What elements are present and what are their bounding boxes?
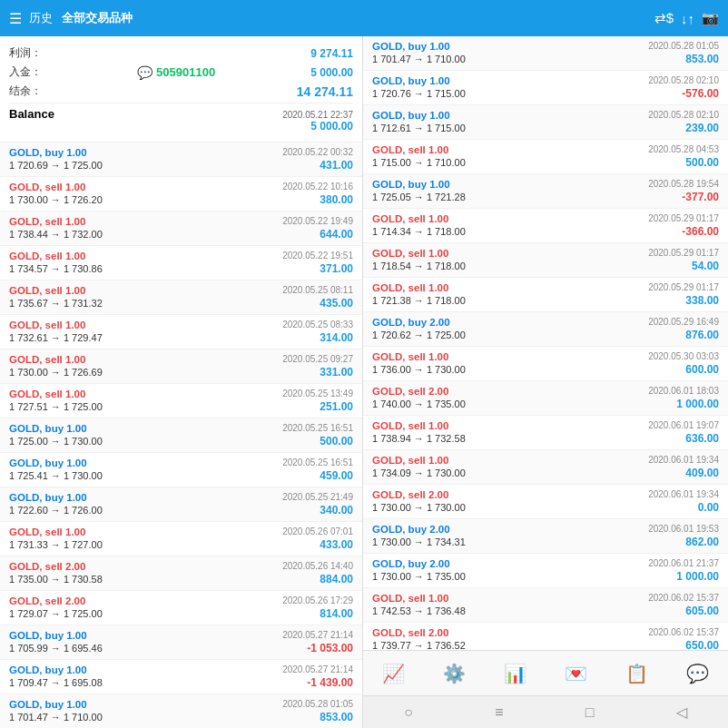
trade-date: 2020.05.25 16:51: [282, 423, 353, 433]
left-trade-item[interactable]: GOLD, buy 1.00 1 725.41 → 1 730.00 2020.…: [0, 453, 362, 487]
trade-left: GOLD, buy 2.00 1 720.62 → 1 725.00: [372, 317, 466, 340]
nav-news-icon[interactable]: 📋: [625, 663, 648, 684]
transfer-icon[interactable]: ⇄$: [654, 10, 674, 26]
right-trade-item[interactable]: GOLD, sell 1.00 1 718.54 → 1 718.00 2020…: [363, 243, 728, 278]
trade-prices: 1 731.33 → 1 727.00: [9, 539, 103, 550]
trade-prices: 1 701.47 → 1 710.00: [372, 54, 466, 64]
right-trade-item[interactable]: GOLD, sell 1.00 1 721.38 → 1 718.00 2020…: [363, 278, 728, 312]
trade-name: GOLD, buy 1.00: [9, 147, 103, 158]
nav-chart-icon[interactable]: 📈: [382, 663, 405, 684]
left-trade-item[interactable]: GOLD, sell 1.00 1 727.51 → 1 725.00 2020…: [0, 384, 362, 418]
left-trade-item[interactable]: GOLD, buy 1.00 1 722.60 → 1 726.00 2020.…: [0, 487, 362, 522]
right-trade-item[interactable]: GOLD, sell 1.00 1 742.53 → 1 736.48 2020…: [363, 588, 728, 623]
right-trade-item[interactable]: GOLD, buy 1.00 1 720.76 → 1 715.00 2020.…: [363, 71, 728, 105]
back-icon[interactable]: ◁: [676, 703, 687, 721]
trade-name: GOLD, buy 2.00: [372, 558, 466, 569]
left-trade-item[interactable]: GOLD, sell 1.00 1 734.57 → 1 730.86 2020…: [0, 246, 362, 280]
trade-prices: 1 742.53 → 1 736.48: [372, 605, 466, 616]
trade-date: 2020.05.22 00:32: [282, 147, 353, 157]
right-trade-item[interactable]: GOLD, sell 1.00 1 715.00 → 1 710.00 2020…: [363, 140, 728, 174]
trade-right: 2020.05.28 02:10 239.00: [648, 110, 719, 134]
trade-name: GOLD, sell 1.00: [9, 389, 103, 399]
trade-profit: -1 439.00: [307, 676, 353, 689]
left-trade-item[interactable]: GOLD, sell 2.00 1 729.07 → 1 725.00 2020…: [0, 591, 362, 625]
left-trade-item[interactable]: GOLD, buy 1.00 1 705.99 → 1 695.46 2020.…: [0, 625, 362, 660]
trade-prices: 1 712.61 → 1 715.00: [372, 123, 466, 133]
bottom-bar: ○ ≡ □ ◁: [363, 695, 728, 728]
trade-left: GOLD, sell 1.00 1 732.61 → 1 729.47: [9, 320, 103, 343]
trade-right: 2020.05.25 08:33 314.00: [282, 320, 353, 344]
left-trade-item[interactable]: GOLD, buy 1.00 1 725.00 → 1 730.00 2020.…: [0, 418, 362, 453]
trade-prices: 1 735.00 → 1 730.58: [9, 574, 103, 585]
right-trade-item[interactable]: GOLD, sell 1.00 1 738.94 → 1 732.58 2020…: [363, 416, 728, 450]
left-trade-item[interactable]: GOLD, buy 1.00 1 720.69 → 1 725.00 2020.…: [0, 143, 362, 177]
left-trade-item[interactable]: GOLD, buy 1.00 1 701.47 → 1 710.00 2020.…: [0, 694, 362, 728]
trade-profit: 853.00: [320, 711, 353, 723]
left-trade-item[interactable]: GOLD, buy 1.00 1 709.47 → 1 695.08 2020.…: [0, 660, 362, 694]
right-trade-item[interactable]: GOLD, sell 1.00 1 736.00 → 1 730.00 2020…: [363, 347, 728, 381]
trade-prices: 1 736.00 → 1 730.00: [372, 364, 466, 375]
left-trade-item[interactable]: GOLD, sell 1.00 1 730.00 → 1 726.20 2020…: [0, 177, 362, 212]
balance-row-value: 5 000.00: [310, 120, 353, 133]
right-trade-item[interactable]: GOLD, buy 1.00 1 725.05 → 1 721.28 2020.…: [363, 174, 728, 209]
trade-name: GOLD, sell 2.00: [372, 627, 466, 638]
right-trade-item[interactable]: GOLD, buy 1.00 1 701.47 → 1 710.00 2020.…: [363, 36, 728, 71]
right-trade-item[interactable]: GOLD, buy 2.00 1 730.00 → 1 735.00 2020.…: [363, 554, 728, 588]
main-body: 利润： 9 274.11 入金： 💬 505901100 5 000.00 结余…: [0, 36, 728, 728]
trade-date: 2020.05.28 19:54: [648, 179, 719, 189]
right-trade-item[interactable]: GOLD, buy 2.00 1 730.00 → 1 734.31 2020.…: [363, 519, 728, 554]
trade-date: 2020.05.27 21:14: [282, 630, 353, 640]
trade-date: 2020.05.29 16:49: [648, 317, 719, 327]
trade-profit: 338.00: [685, 294, 719, 307]
trade-name: GOLD, buy 1.00: [372, 75, 466, 86]
menu-bottom-icon[interactable]: ≡: [495, 704, 503, 721]
trade-name: GOLD, sell 1.00: [372, 213, 466, 224]
trade-profit: 605.00: [685, 605, 719, 617]
trade-name: GOLD, sell 1.00: [372, 455, 466, 466]
right-trade-item[interactable]: GOLD, buy 2.00 1 720.62 → 1 725.00 2020.…: [363, 312, 728, 347]
trade-name: GOLD, buy 1.00: [372, 179, 466, 190]
trade-left: GOLD, buy 1.00 1 725.05 → 1 721.28: [372, 179, 466, 202]
nav-trend-icon[interactable]: 📊: [504, 663, 526, 684]
right-trade-item[interactable]: GOLD, sell 2.00 1 740.00 → 1 735.00 2020…: [363, 381, 728, 416]
left-trade-item[interactable]: GOLD, sell 1.00 1 731.33 → 1 727.00 2020…: [0, 522, 362, 556]
nav-chat-icon[interactable]: 💬: [686, 663, 709, 684]
trade-right: 2020.05.25 16:51 500.00: [282, 423, 353, 448]
trade-date: 2020.06.01 19:34: [648, 455, 719, 465]
right-trade-item[interactable]: GOLD, sell 1.00 1 714.34 → 1 718.00 2020…: [363, 209, 728, 243]
right-trade-item[interactable]: GOLD, sell 1.00 1 734.09 → 1 730.00 2020…: [363, 450, 728, 485]
right-trade-item[interactable]: GOLD, sell 2.00 1 730.00 → 1 730.00 2020…: [363, 485, 728, 519]
trade-right: 2020.05.30 03:03 600.00: [648, 351, 719, 376]
trade-prices: 1 738.44 → 1 732.00: [9, 229, 103, 240]
trade-left: GOLD, sell 2.00 1 730.00 → 1 730.00: [372, 489, 466, 513]
trade-right: 2020.05.22 19:51 371.00: [282, 251, 353, 275]
left-trade-item[interactable]: GOLD, sell 2.00 1 735.00 → 1 730.58 2020…: [0, 556, 362, 591]
trade-right: 2020.06.02 15:37 605.00: [648, 593, 719, 617]
nav-settings-icon[interactable]: ⚙️: [443, 663, 466, 684]
right-trade-item[interactable]: GOLD, buy 1.00 1 712.61 → 1 715.00 2020.…: [363, 105, 728, 140]
trade-date: 2020.05.29 01:17: [648, 282, 719, 292]
trade-profit: 876.00: [685, 329, 719, 341]
left-trade-item[interactable]: GOLD, sell 1.00 1 730.00 → 1 726.69 2020…: [0, 349, 362, 384]
trade-right: 2020.05.28 02:10 -576.00: [648, 75, 719, 100]
trade-prices: 1 721.38 → 1 718.00: [372, 295, 466, 306]
wechat-badge: 💬 505901100: [137, 65, 215, 80]
left-panel: 利润： 9 274.11 入金： 💬 505901100 5 000.00 结余…: [0, 36, 363, 728]
nav-inbox-icon[interactable]: 💌: [565, 663, 587, 684]
trade-prices: 1 738.94 → 1 732.58: [372, 433, 466, 444]
camera-icon[interactable]: 📷: [702, 10, 719, 26]
square-icon[interactable]: □: [585, 704, 595, 721]
trade-right: 2020.05.29 01:17 54.00: [648, 248, 719, 272]
left-trade-item[interactable]: GOLD, sell 1.00 1 738.44 → 1 732.00 2020…: [0, 212, 362, 246]
left-trade-item[interactable]: GOLD, sell 1.00 1 732.61 → 1 729.47 2020…: [0, 315, 362, 349]
sort-icon[interactable]: ↓↑: [681, 11, 694, 26]
menu-icon[interactable]: ☰: [9, 10, 22, 27]
trade-right: 2020.06.01 19:53 862.00: [648, 524, 719, 548]
left-trade-item[interactable]: GOLD, sell 1.00 1 735.67 → 1 731.32 2020…: [0, 280, 362, 315]
trade-date: 2020.05.28 02:10: [648, 75, 719, 85]
right-trade-item[interactable]: GOLD, sell 2.00 1 739.77 → 1 736.52 2020…: [363, 623, 728, 650]
home-icon[interactable]: ○: [404, 704, 413, 721]
trade-date: 2020.05.29 01:17: [648, 213, 719, 223]
trade-left: GOLD, buy 1.00 1 720.69 → 1 725.00: [9, 147, 103, 171]
trade-name: GOLD, buy 1.00: [372, 110, 466, 121]
